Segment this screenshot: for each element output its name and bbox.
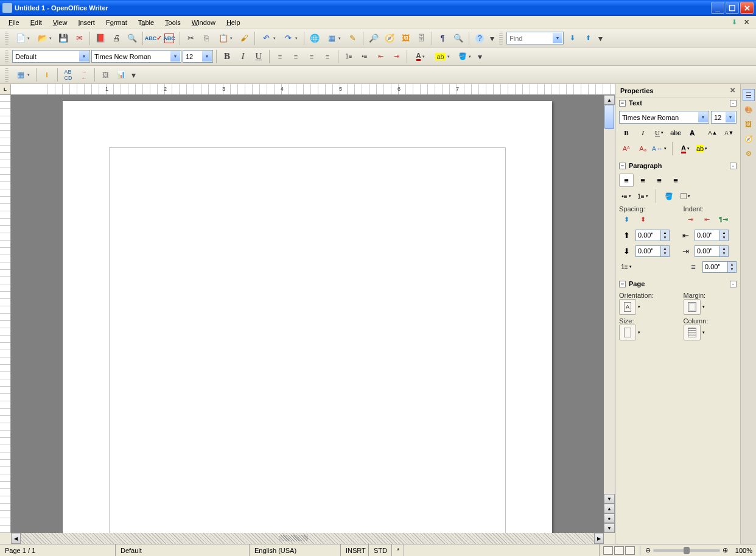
more-options-icon[interactable]: ▫ (730, 281, 737, 287)
prev-page-button[interactable]: ▲ (604, 504, 615, 513)
sidebar-align-justify-button[interactable]: ≡ (668, 174, 683, 187)
sidebar-font-combo[interactable]: Times New Roman ▼ (619, 111, 709, 124)
highlight-button[interactable]: ab (432, 49, 453, 64)
align-right-button[interactable]: ≡ (304, 49, 319, 64)
close-doc-icon[interactable]: ✕ (744, 18, 752, 27)
menu-insert[interactable]: Insert (73, 18, 100, 27)
menu-edit[interactable]: Edit (26, 18, 47, 27)
autoformat-ab-button[interactable]: ABCD (61, 68, 75, 82)
decrease-indent-button[interactable]: ⇤ (373, 49, 388, 64)
save-button[interactable]: 💾 (56, 31, 71, 46)
single-page-view-button[interactable] (603, 546, 613, 555)
document-canvas[interactable] (11, 95, 604, 533)
toolbar-overflow[interactable]: ▾ (488, 31, 495, 46)
sidebar-align-right-button[interactable]: ≡ (652, 174, 667, 187)
page-size-button[interactable] (619, 325, 636, 340)
sidebar-fontcolor-button[interactable]: A (678, 142, 693, 155)
navigator-button[interactable]: 🧭 (382, 31, 397, 46)
spellcheck-button[interactable]: ABC✓ (146, 31, 161, 46)
status-language[interactable]: English (USA) (250, 544, 341, 556)
zoom-in-button[interactable]: ⊕ (723, 546, 728, 554)
autospell-button[interactable]: ABC (162, 31, 177, 46)
table-button[interactable]: ▦ (323, 31, 344, 46)
increase-spacing-button[interactable]: ⬍ (619, 213, 634, 226)
section-page-header[interactable]: − Page ▫ (615, 278, 740, 289)
scroll-down-button[interactable]: ▼ (604, 494, 615, 504)
sidebar-decrease-font-button[interactable]: A▼ (722, 126, 737, 139)
close-button[interactable]: ✕ (740, 2, 754, 14)
indent-after-input[interactable]: 0.00"▲▼ (695, 245, 729, 257)
decrease-indent-button[interactable]: ⇤ (700, 213, 715, 226)
section-paragraph-header[interactable]: − Paragraph ▫ (615, 160, 740, 171)
menu-table[interactable]: Table (133, 18, 159, 27)
maximize-button[interactable]: ☐ (726, 2, 739, 14)
find-next-button[interactable]: ⬇ (565, 31, 579, 46)
menu-tools[interactable]: Tools (160, 18, 186, 27)
format-paintbrush-button[interactable]: 🖌 (237, 31, 251, 46)
paste-button[interactable]: 📋 (215, 31, 236, 46)
sidebar-highlight-button[interactable]: ab (695, 142, 709, 155)
italic-button[interactable]: I (236, 49, 250, 64)
bg-color-button[interactable]: 🪣 (454, 49, 475, 64)
download-icon[interactable]: ⬇ (732, 18, 740, 27)
nonprinting-button[interactable]: ¶ (435, 31, 450, 46)
email-button[interactable]: ✉ (72, 31, 86, 46)
sidebar-subscript-button[interactable]: Aₐ (635, 142, 650, 155)
more-options-icon[interactable]: ▫ (730, 163, 737, 169)
sidebar-tab-navigator[interactable]: 🧭 (743, 133, 755, 145)
sidebar-bgcolor-button[interactable]: 🪣 (662, 189, 676, 203)
status-insert-mode[interactable]: INSRT (341, 544, 369, 556)
zoom-value[interactable]: 100% (730, 547, 752, 554)
indent-before-input[interactable]: 0.00"▲▼ (695, 230, 729, 241)
find-combo[interactable]: ▼ (506, 32, 564, 44)
sidebar-tab-properties[interactable]: ☰ (743, 89, 755, 101)
menu-window[interactable]: Window (187, 18, 220, 27)
collapse-icon[interactable]: − (619, 100, 626, 107)
help-button[interactable]: ? (472, 31, 487, 46)
sidebar-shadow-button[interactable]: A (685, 126, 699, 139)
space-below-input[interactable]: 0.00"▲▼ (635, 245, 670, 257)
insert-image-button[interactable]: 🖼 (98, 68, 113, 82)
sidebar-align-left-button[interactable]: ≡ (619, 174, 634, 187)
vertical-scrollbar[interactable]: ▲ ▼ ▲ ● ▼ (604, 95, 615, 533)
book-view-button[interactable] (625, 546, 635, 555)
zoom-slider[interactable] (653, 549, 720, 552)
sidebar-superscript-button[interactable]: Aᴬ (619, 142, 634, 155)
bold-button[interactable]: B (220, 49, 234, 64)
font-color-button[interactable]: A (410, 49, 431, 64)
status-page[interactable]: Page 1 / 1 (0, 544, 116, 556)
copy-button[interactable]: ⎘ (199, 31, 214, 46)
gallery-button[interactable]: 🖼 (398, 31, 413, 46)
find-dropdown-arrow[interactable]: ▼ (553, 33, 562, 43)
collapse-icon[interactable]: − (619, 281, 626, 287)
minimize-button[interactable]: _ (711, 2, 724, 14)
chart-button[interactable]: 📊 (114, 68, 128, 82)
line-style-button[interactable]: I (40, 68, 54, 82)
scroll-thumb[interactable] (604, 105, 614, 129)
sidebar-strike-button[interactable]: abc (668, 126, 683, 139)
next-page-button[interactable]: ▼ (604, 523, 615, 533)
status-modified[interactable]: * (392, 544, 404, 556)
find-replace-button[interactable]: 🔎 (366, 31, 381, 46)
autoformat-num-button[interactable]: →← (77, 68, 91, 82)
horizontal-scrollbar[interactable]: ◀ ▶ (0, 533, 615, 544)
section-text-header[interactable]: − Text ▫ (615, 97, 740, 108)
insert-table-button[interactable]: ▦ (12, 68, 33, 82)
more-options-icon[interactable]: ▫ (730, 100, 737, 107)
orientation-button[interactable]: A (619, 299, 636, 315)
scroll-up-button[interactable]: ▲ (604, 95, 615, 105)
datasources-button[interactable]: 🗄 (414, 31, 429, 46)
menu-help[interactable]: Help (222, 18, 245, 27)
align-left-button[interactable]: ≡ (273, 49, 287, 64)
scroll-right-button[interactable]: ▶ (594, 533, 604, 544)
sidebar-tab-gallery[interactable]: 🖼 (743, 118, 755, 130)
find-input[interactable] (509, 35, 552, 42)
find-toolbar-overflow[interactable]: ▾ (597, 31, 604, 46)
chevron-down-icon[interactable]: ▼ (202, 51, 212, 62)
sidebar-tab-styles[interactable]: 🎨 (743, 104, 755, 116)
horizontal-ruler[interactable]: L 1 2 3 4 5 6 7 (0, 84, 615, 95)
sidebar-increase-font-button[interactable]: A▲ (705, 126, 720, 139)
space-above-input[interactable]: 0.00"▲▼ (635, 230, 670, 241)
sidebar-close-icon[interactable]: ✕ (730, 86, 735, 94)
new-doc-button[interactable]: 📄 (12, 31, 33, 46)
